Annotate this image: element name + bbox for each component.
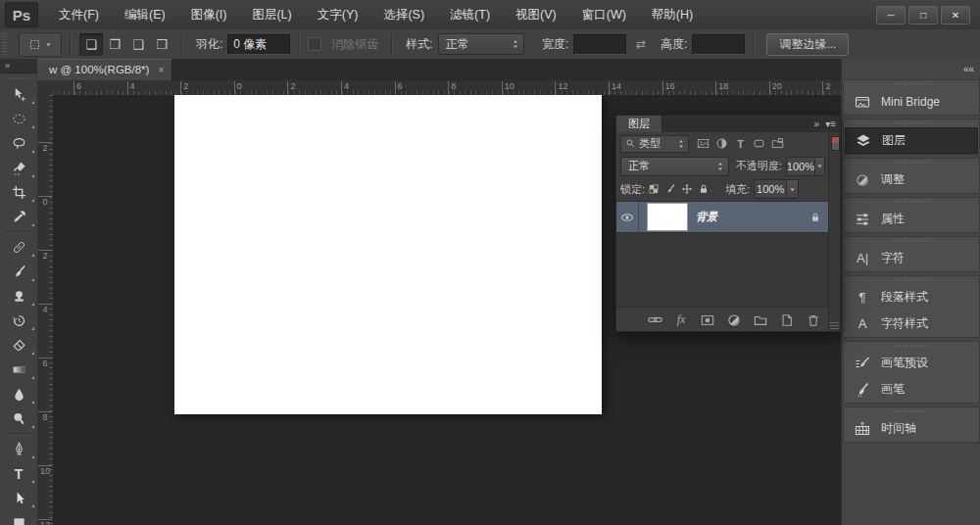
adjust-circle-button[interactable] [726, 313, 742, 327]
minimize-button[interactable]: ─ [876, 6, 906, 24]
vertical-ruler[interactable]: 2024681012 [37, 95, 54, 525]
history-brush-tool[interactable] [0, 309, 37, 333]
filter-shape-button[interactable] [750, 136, 768, 152]
refine-edge-button[interactable]: 调整边缘... [766, 33, 849, 56]
dock-button-mini-bridge[interactable]: Mini Bridge [844, 88, 979, 115]
layer-filter-toggle[interactable] [831, 136, 840, 151]
swap-dimensions-icon[interactable]: ⇄ [636, 37, 646, 51]
dock-group-grip[interactable] [844, 80, 979, 88]
pen-tool[interactable] [0, 437, 37, 461]
document-tab[interactable]: w @ 100%(RGB/8*) × [37, 59, 172, 80]
dock-button-图层[interactable]: 图层 [845, 127, 978, 154]
dock-button-字符样式[interactable]: A字符样式 [844, 310, 979, 337]
antialias-checkbox[interactable] [308, 37, 321, 51]
opacity-value[interactable]: 100% [786, 157, 815, 176]
blur-tool[interactable] [0, 382, 37, 406]
eraser-tool[interactable] [0, 333, 37, 358]
trash-button[interactable] [806, 313, 821, 327]
panel-menu-icon[interactable]: ▾≡ [825, 119, 836, 129]
tool-preset-picker[interactable] [19, 32, 62, 57]
filter-picture-button[interactable] [694, 136, 712, 152]
tab-close-icon[interactable]: × [158, 65, 164, 75]
ruler-corner[interactable] [37, 80, 54, 96]
close-button[interactable]: ✕ [941, 6, 970, 24]
dock-button-画笔预设[interactable]: 画笔预设 [844, 350, 979, 376]
panel-collapse-icon[interactable]: » [814, 119, 820, 129]
opacity-dropdown-arrow[interactable] [815, 157, 825, 176]
brush-tool[interactable] [0, 260, 37, 284]
move-tool[interactable] [0, 82, 37, 107]
dock-collapse-button[interactable]: «« [842, 59, 980, 79]
maximize-button[interactable]: □ [908, 6, 938, 24]
menu-item-2[interactable]: 编辑(E) [114, 3, 176, 27]
dock-group-grip[interactable] [844, 237, 979, 245]
clone-stamp-tool[interactable] [0, 284, 37, 309]
fill-value[interactable]: 100% [754, 179, 787, 199]
width-input[interactable] [573, 34, 626, 55]
visibility-toggle[interactable] [616, 202, 639, 232]
height-input[interactable] [692, 34, 745, 55]
panel-resize-grip[interactable] [830, 322, 839, 329]
toolbox-grip[interactable] [0, 73, 37, 82]
fill-dropdown-arrow[interactable] [787, 179, 799, 199]
filter-type-button[interactable]: T [731, 136, 750, 152]
dock-button-调整[interactable]: 调整 [844, 167, 979, 193]
feather-input[interactable]: 0 像素 [227, 34, 290, 55]
toolbox-collapse-button[interactable]: » [0, 59, 37, 73]
dock-group-grip[interactable] [844, 276, 979, 284]
quick-selection-tool[interactable] [0, 156, 37, 180]
lock-checker-button[interactable] [645, 181, 662, 197]
new-selection-button[interactable]: ❏ [79, 33, 103, 56]
blend-mode-dropdown[interactable]: 正常 [620, 157, 729, 176]
dock-button-段落样式[interactable]: ¶段落样式 [844, 284, 979, 310]
filter-smart-button[interactable] [768, 136, 787, 152]
dock-group-grip[interactable] [844, 407, 979, 415]
menu-item-6[interactable]: 选择(S) [372, 3, 435, 27]
horizontal-ruler[interactable]: 642024681012141618202 [53, 80, 841, 96]
menu-item-8[interactable]: 视图(V) [505, 3, 567, 27]
menu-item-1[interactable]: 文件(F) [48, 3, 110, 27]
rectangle-tool[interactable] [0, 510, 37, 525]
filter-adjust-button[interactable] [712, 136, 731, 152]
mask-button[interactable] [700, 313, 715, 327]
dock-group-grip[interactable] [844, 159, 979, 167]
gradient-tool[interactable] [0, 358, 37, 382]
options-grip[interactable] [2, 33, 7, 55]
intersect-selection-button[interactable]: ❒ [150, 33, 173, 56]
dodge-tool[interactable] [0, 406, 37, 431]
lock-brush-button[interactable] [662, 181, 678, 197]
layers-panel-tab[interactable]: 图层 [616, 116, 662, 132]
group-folder-button[interactable] [753, 313, 768, 327]
link-button[interactable] [647, 312, 662, 327]
menu-item-3[interactable]: 图像(I) [180, 3, 238, 27]
dock-button-属性[interactable]: 属性 [844, 206, 979, 232]
lasso-tool[interactable] [0, 131, 37, 156]
crop-tool[interactable] [0, 180, 37, 205]
dock-button-画笔[interactable]: 画笔 [844, 376, 979, 403]
elliptical-marquee-tool[interactable] [0, 107, 37, 131]
spot-healing-brush-tool[interactable] [0, 235, 37, 260]
menu-item-10[interactable]: 帮助(H) [641, 3, 704, 27]
subtract-selection-button[interactable]: ❑ [126, 33, 150, 56]
eyedropper-tool[interactable] [0, 205, 37, 229]
dock-group-grip[interactable] [844, 198, 979, 206]
dock-group-grip[interactable] [844, 342, 979, 350]
type-tool[interactable]: T [0, 461, 37, 486]
layers-scrollbar[interactable] [828, 132, 840, 331]
canvas[interactable] [174, 95, 602, 414]
layer-filter-type-dropdown[interactable]: 类型 [620, 135, 689, 153]
menu-item-4[interactable]: 图层(L) [241, 3, 302, 27]
menu-item-9[interactable]: 窗口(W) [571, 3, 637, 27]
lock-all-button[interactable] [695, 181, 711, 197]
layers-panel-header[interactable]: 图层 » ▾≡ [616, 116, 840, 132]
layer-row[interactable]: 背景 [616, 202, 829, 233]
dock-button-字符[interactable]: A|字符 [844, 245, 979, 271]
dock-button-时间轴[interactable]: 时间轴 [844, 415, 979, 442]
dock-group-grip[interactable] [844, 119, 979, 127]
menu-item-5[interactable]: 文字(Y) [307, 3, 369, 27]
fx-button[interactable]: fx [673, 312, 689, 327]
add-selection-button[interactable]: ❐ [103, 33, 126, 56]
style-dropdown[interactable]: 正常 [438, 33, 524, 55]
lock-move-button[interactable] [678, 181, 695, 197]
new-layer-button[interactable] [779, 313, 795, 327]
